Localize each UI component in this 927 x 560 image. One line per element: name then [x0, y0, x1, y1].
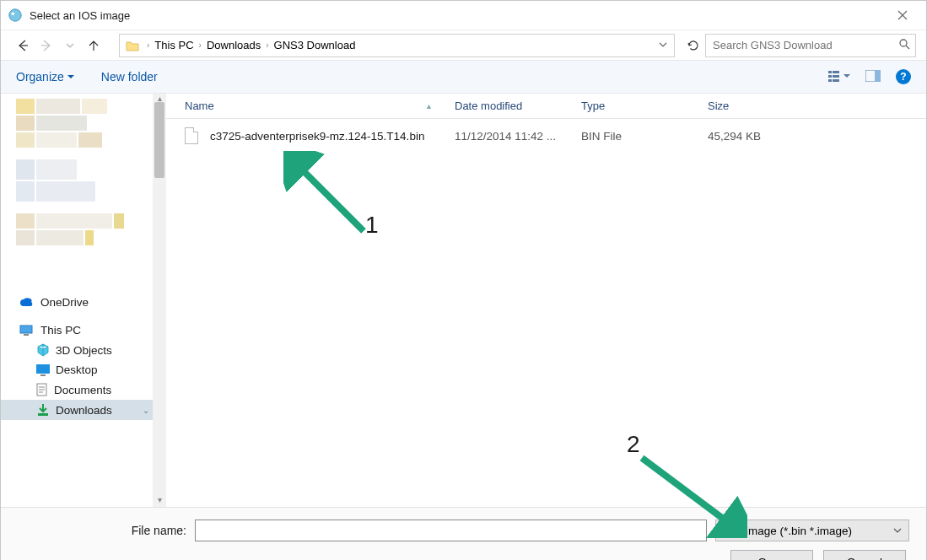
main-area: OneDrive This PC 3D Objects Desktop Docu… — [1, 94, 926, 507]
svg-rect-4 — [833, 71, 839, 73]
chevron-right-icon[interactable]: › — [142, 40, 154, 50]
close-icon[interactable] — [886, 8, 919, 23]
file-name: c3725-adventerprisek9-mz.124-15.T14.bin — [210, 130, 424, 143]
col-size-header[interactable]: Size — [708, 100, 809, 112]
column-headers[interactable]: Name ▲ Date modified Type Size — [166, 94, 926, 119]
col-date-header[interactable]: Date modified — [455, 100, 581, 112]
window-title: Select an IOS image — [30, 9, 886, 22]
svg-point-2 — [900, 40, 907, 46]
app-icon — [8, 8, 23, 23]
open-button[interactable]: Open — [730, 550, 813, 560]
sidebar-item-desktop[interactable]: Desktop — [1, 360, 153, 380]
filename-label: File name: — [18, 524, 186, 537]
sidebar-item-label: OneDrive — [40, 296, 89, 309]
filter-label: IOS image (*.bin *.image) — [723, 525, 852, 537]
view-mode-button[interactable] — [828, 69, 850, 85]
chevron-right-icon[interactable]: › — [194, 40, 207, 50]
file-row[interactable]: c3725-adventerprisek9-mz.124-15.T14.bin … — [166, 124, 926, 148]
filename-input[interactable] — [195, 520, 707, 541]
svg-rect-8 — [833, 79, 839, 82]
sidebar-item-onedrive[interactable]: OneDrive — [1, 293, 153, 312]
cancel-button[interactable]: Cancel — [823, 550, 906, 560]
sidebar-item-label: 3D Objects — [56, 344, 112, 357]
back-button[interactable] — [11, 34, 35, 57]
file-list: Name ▲ Date modified Type Size c3725-adv… — [166, 94, 926, 507]
chevron-down-icon[interactable]: ⌄ — [143, 406, 149, 415]
cube-icon — [36, 343, 50, 357]
search-box[interactable] — [705, 34, 916, 57]
svg-rect-6 — [833, 75, 839, 78]
annotation-label-1: 1 — [365, 212, 379, 239]
svg-rect-11 — [20, 326, 32, 333]
annotation-label-2: 2 — [627, 431, 640, 458]
download-icon — [36, 403, 50, 417]
col-type-header[interactable]: Type — [581, 100, 708, 112]
svg-rect-10 — [875, 70, 881, 82]
sidebar-item-label: Desktop — [56, 363, 98, 376]
file-type-filter[interactable]: IOS image (*.bin *.image) — [715, 520, 909, 541]
sidebar-item-label: Downloads — [56, 404, 112, 417]
svg-rect-16 — [38, 413, 48, 416]
search-icon[interactable] — [898, 38, 910, 52]
sidebar: OneDrive This PC 3D Objects Desktop Docu… — [1, 94, 166, 507]
col-name-header[interactable]: Name — [185, 100, 214, 112]
help-icon[interactable]: ? — [896, 69, 911, 84]
scroll-thumb[interactable] — [154, 102, 164, 178]
chevron-right-icon[interactable]: › — [261, 40, 273, 50]
recent-dropdown-button[interactable] — [58, 34, 82, 57]
document-icon — [36, 383, 48, 396]
organize-menu[interactable]: Organize — [16, 70, 74, 83]
sidebar-scrollbar[interactable]: ▴ ▾ — [153, 94, 166, 507]
organize-label: Organize — [16, 70, 64, 83]
sidebar-item-downloads[interactable]: Downloads ⌄ — [1, 400, 153, 420]
file-icon — [185, 127, 198, 144]
desktop-icon — [36, 364, 50, 376]
chevron-down-icon[interactable] — [659, 39, 667, 51]
file-size: 45,294 KB — [708, 130, 809, 143]
refresh-button[interactable] — [682, 39, 705, 52]
search-input[interactable] — [711, 38, 898, 52]
svg-rect-5 — [828, 75, 832, 78]
sidebar-item-thispc[interactable]: This PC — [1, 320, 153, 340]
svg-point-1 — [12, 12, 15, 15]
sidebar-item-3dobjects[interactable]: 3D Objects — [1, 340, 153, 360]
svg-rect-3 — [828, 71, 832, 73]
toolbar: Organize New folder ? — [1, 60, 926, 94]
file-date: 11/12/2014 11:42 ... — [455, 130, 581, 143]
svg-rect-12 — [24, 334, 29, 336]
navbar: › This PC › Downloads › GNS3 Download — [1, 30, 926, 60]
folder-icon — [123, 36, 142, 55]
file-type: BIN File — [581, 130, 708, 143]
forward-button[interactable] — [35, 34, 58, 57]
pc-icon — [19, 325, 35, 337]
bottom-panel: File name: IOS image (*.bin *.image) Ope… — [1, 507, 926, 560]
titlebar: Select an IOS image — [1, 1, 926, 30]
svg-rect-14 — [40, 374, 46, 376]
sidebar-item-label: Documents — [54, 384, 111, 396]
sort-indicator-icon: ▲ — [425, 102, 433, 110]
sidebar-item-label: This PC — [40, 324, 81, 337]
up-button[interactable] — [82, 34, 105, 57]
svg-rect-7 — [828, 79, 832, 82]
breadcrumb-root[interactable]: This PC — [154, 39, 193, 51]
quick-access-blurred — [16, 99, 151, 284]
cloud-icon — [19, 298, 35, 308]
chevron-down-icon — [893, 526, 902, 535]
scroll-down-icon[interactable]: ▾ — [153, 495, 166, 507]
new-folder-button[interactable]: New folder — [101, 70, 158, 83]
breadcrumb-leaf[interactable]: GNS3 Download — [274, 39, 356, 51]
svg-rect-13 — [36, 364, 50, 374]
breadcrumb-mid[interactable]: Downloads — [207, 39, 261, 51]
preview-pane-button[interactable] — [865, 70, 881, 84]
svg-point-0 — [9, 9, 21, 21]
sidebar-item-documents[interactable]: Documents — [1, 380, 153, 400]
breadcrumb[interactable]: › This PC › Downloads › GNS3 Download — [119, 34, 675, 57]
